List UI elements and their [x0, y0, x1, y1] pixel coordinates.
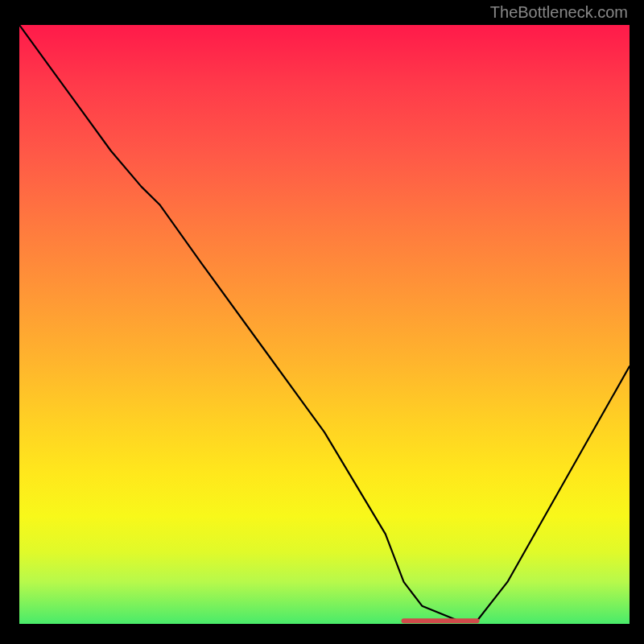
chart-svg: [19, 25, 630, 624]
chart-container: TheBottleneck.com: [0, 0, 644, 644]
watermark-text: TheBottleneck.com: [490, 3, 628, 22]
bottleneck-curve-line: [19, 25, 630, 621]
plot-area: [19, 25, 630, 624]
